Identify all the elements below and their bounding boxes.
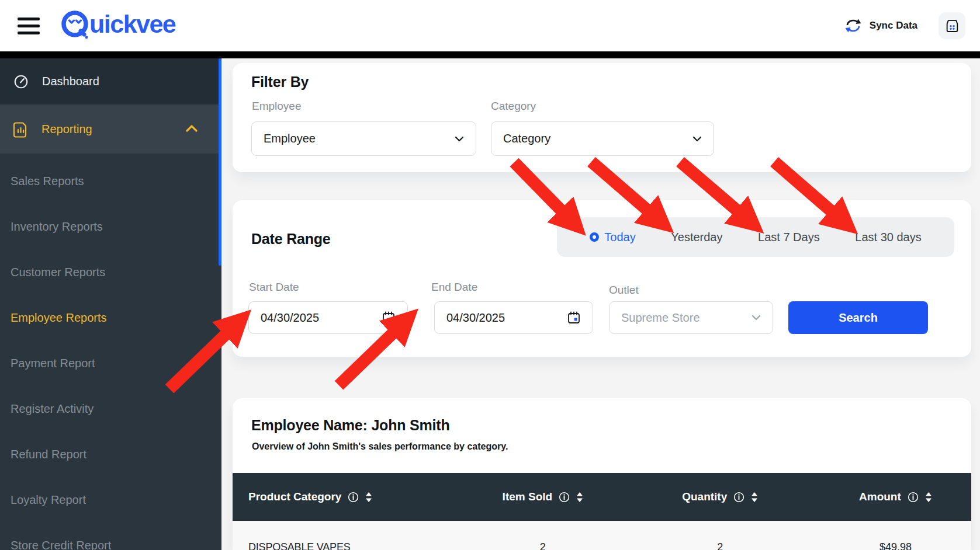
column-header-item-sold[interactable]: Item Sold (465, 490, 620, 503)
cell-item-sold: 2 (465, 541, 620, 550)
sync-data-button[interactable]: Sync Data (844, 18, 917, 33)
outlet-value: Supreme Store (621, 311, 700, 325)
sidebar-item-dashboard[interactable]: Dashboard (0, 58, 221, 105)
sort-icon[interactable] (925, 492, 932, 502)
sync-refresh-icon (844, 18, 863, 33)
column-label: Amount (859, 490, 901, 503)
store-icon (944, 18, 960, 34)
sidebar-item-sales-reports[interactable]: Sales Reports (0, 158, 221, 204)
sidebar: Dashboard Reporting Sales Reports Invent… (0, 58, 221, 550)
cell-quantity: 2 (621, 541, 820, 550)
employee-report-title: Employee Name: John Smith (251, 417, 450, 434)
start-date-label: Start Date (249, 281, 299, 294)
employee-filter-select[interactable]: Employee (251, 121, 476, 156)
chevron-down-icon (692, 136, 702, 142)
sidebar-item-payment-report[interactable]: Payment Report (0, 340, 221, 386)
sidebar-scrollbar[interactable] (219, 58, 221, 266)
employee-filter-label: Employee (252, 100, 302, 113)
employee-report-card: Employee Name: John Smith Overview of Jo… (233, 398, 971, 550)
filter-by-title: Filter By (251, 74, 309, 90)
chevron-down-icon (455, 136, 464, 142)
sidebar-item-label: Reporting (41, 123, 92, 136)
top-bar: uickvee Sync Data (0, 0, 980, 51)
start-date-value: 04/30/2025 (261, 311, 319, 325)
quick-option-last-7-days[interactable]: Last 7 Days (758, 231, 820, 244)
column-header-quantity[interactable]: Quantity (621, 490, 820, 503)
date-quick-options: Today Yesterday Last 7 Days Last 30 days (557, 217, 954, 257)
column-header-product-category[interactable]: Product Category (233, 490, 465, 503)
store-selector-button[interactable] (939, 12, 965, 39)
column-label: Item Sold (503, 490, 553, 503)
sidebar-item-loyalty-report[interactable]: Loyalty Report (0, 477, 221, 523)
end-date-label: End Date (431, 281, 477, 294)
end-date-value: 04/30/2025 (446, 311, 505, 325)
calendar-icon[interactable] (382, 311, 396, 325)
end-date-input[interactable]: 04/30/2025 (434, 301, 593, 334)
outlet-select[interactable]: Supreme Store (609, 301, 773, 334)
filter-by-card: Filter By Employee Employee Category Cat… (233, 63, 971, 172)
chevron-up-icon (185, 124, 198, 133)
category-filter-select[interactable]: Category (491, 121, 714, 156)
quick-option-yesterday[interactable]: Yesterday (671, 231, 722, 244)
radio-selected-icon (590, 232, 599, 242)
sidebar-item-inventory-reports[interactable]: Inventory Reports (0, 204, 221, 249)
sort-icon[interactable] (576, 492, 583, 502)
sort-icon[interactable] (365, 492, 372, 502)
reporting-document-icon (13, 121, 29, 138)
sidebar-item-customer-reports[interactable]: Customer Reports (0, 249, 221, 295)
sidebar-item-employee-reports[interactable]: Employee Reports (0, 295, 221, 340)
table-row[interactable]: DISPOSABLE VAPES 2 2 $49.98 (233, 521, 971, 550)
column-header-amount[interactable]: Amount (820, 490, 971, 503)
employee-report-subtitle: Overview of John Smith's sales performan… (252, 441, 508, 452)
dashboard-gauge-icon (13, 74, 29, 90)
quick-option-last-30-days[interactable]: Last 30 days (855, 231, 921, 244)
info-icon[interactable] (733, 492, 744, 503)
sidebar-item-register-activity[interactable]: Register Activity (0, 386, 221, 431)
quickvee-logo: uickvee (60, 8, 186, 43)
sidebar-item-refund-report[interactable]: Refund Report (0, 431, 221, 477)
category-filter-label: Category (491, 100, 536, 113)
sidebar-submenu: Sales Reports Inventory Reports Customer… (0, 154, 221, 550)
start-date-input[interactable]: 04/30/2025 (248, 301, 408, 334)
column-label: Product Category (248, 490, 341, 503)
sort-icon[interactable] (751, 492, 758, 502)
logo-text: uickvee (89, 10, 176, 38)
category-filter-value: Category (503, 132, 550, 145)
column-label: Quantity (682, 490, 727, 503)
cell-product-category: DISPOSABLE VAPES (233, 541, 465, 550)
employee-filter-value: Employee (264, 132, 316, 145)
header-divider (0, 51, 980, 58)
report-table-header: Product Category Item Sold Quantity (233, 473, 971, 521)
hamburger-menu-icon[interactable] (18, 15, 41, 37)
cell-amount: $49.98 (820, 541, 971, 550)
sidebar-item-label: Dashboard (42, 75, 99, 88)
info-icon[interactable] (559, 492, 570, 503)
chevron-down-icon (752, 315, 761, 321)
sync-data-label: Sync Data (870, 20, 917, 32)
sidebar-item-reporting[interactable]: Reporting (0, 105, 221, 154)
date-range-card: Date Range Today Yesterday Last 7 Days L… (233, 200, 971, 357)
outlet-label: Outlet (609, 284, 639, 297)
quick-option-label: Today (604, 231, 635, 244)
date-range-title: Date Range (251, 231, 331, 248)
search-button[interactable]: Search (788, 301, 928, 334)
info-icon[interactable] (348, 492, 359, 503)
sidebar-item-store-credit-report[interactable]: Store Credit Report (0, 523, 221, 550)
calendar-icon[interactable] (567, 311, 581, 325)
info-icon[interactable] (908, 492, 919, 503)
quick-option-today[interactable]: Today (590, 231, 635, 244)
